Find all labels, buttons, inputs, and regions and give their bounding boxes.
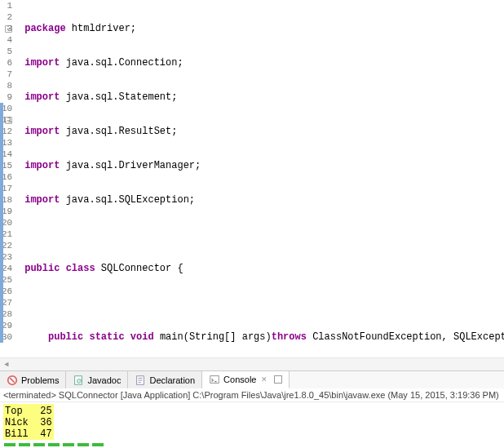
line-number: 13 [0,137,14,149]
tab-label: Problems [21,375,59,385]
line-number: 4 [0,34,14,46]
line-number: 10− [0,103,14,114]
line-number: 20 [0,217,14,228]
line-number: 1 [0,0,14,11]
tab-label: Declaration [149,375,195,385]
line-number: 28 [0,308,14,320]
line-number: 14 [0,149,14,160]
console-line: Top 25 [5,406,52,417]
line-number: 29 [0,320,14,331]
line-number: 26 [0,286,14,297]
tab-problems[interactable]: Problems [0,371,66,388]
line-number: 30 [0,331,14,343]
line-number: 6 [0,57,14,69]
scroll-left-icon[interactable]: ◄ [0,358,13,371]
line-number: 18 [0,194,14,206]
console-icon [209,374,220,385]
tab-javadoc[interactable]: @ Javadoc [66,371,128,388]
line-number: 23 [0,251,14,263]
console-status: <terminated> SQLConnector [Java Applicat… [0,388,504,402]
console-line: Nick 36 [5,417,52,428]
tab-label: Console [223,375,256,384]
line-number: 9 [0,91,14,103]
line-number: 12 [0,126,14,137]
javadoc-icon: @ [73,375,84,386]
declaration-icon [135,375,146,386]
line-number: 21 [0,228,14,240]
problems-icon [7,375,18,386]
dashed-underline [3,443,501,446]
console-line: Bill 47 [5,428,52,440]
close-icon[interactable]: ✕ [261,375,267,384]
line-number: 11 [0,114,14,126]
line-number: 8 [0,80,14,91]
line-number: 25 [0,274,14,286]
tab-declaration[interactable]: Declaration [128,371,202,388]
tab-console[interactable]: Console ✕ [202,371,290,388]
line-number: 15 [0,160,14,171]
bottom-tabs: Problems @ Javadoc Declaration Console ✕ [0,370,504,388]
line-number: 16 [0,171,14,183]
editor-scrollbar[interactable]: ◄ [0,357,504,370]
line-number: 24 [0,263,14,274]
line-number-gutter: 12−345678910−111213141516171819202122232… [0,0,18,357]
tab-label: Javadoc [87,375,121,385]
code-editor[interactable]: 12−345678910−111213141516171819202122232… [0,0,504,357]
line-number: 19 [0,206,14,217]
console-highlighted-output: Top 25 Nick 36 Bill 47 [3,404,54,440]
line-number: 22 [0,240,14,251]
line-number: 27 [0,297,14,308]
maximize-icon[interactable] [274,375,282,384]
line-number: 5 [0,46,14,57]
console-output[interactable]: Top 25 Nick 36 Bill 47 [0,402,504,448]
code-content[interactable]: package htmldriver; import java.sql.Conn… [18,0,504,357]
line-number: 2− [0,11,14,23]
svg-text:@: @ [77,377,82,383]
line-number: 17 [0,183,14,194]
line-number: 7 [0,69,14,80]
line-number: 3 [0,23,14,34]
